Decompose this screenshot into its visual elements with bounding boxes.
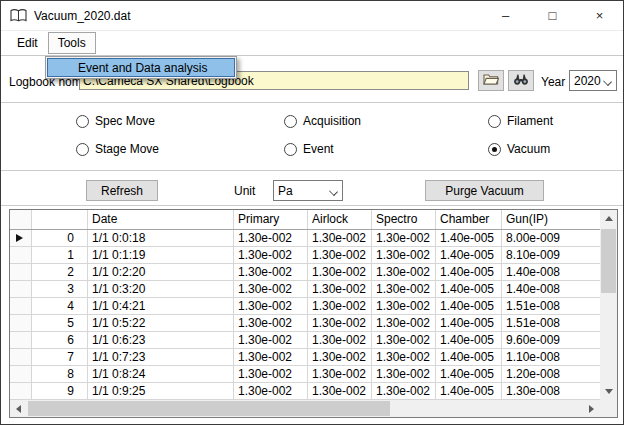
row-index-cell[interactable]: 7	[32, 349, 88, 365]
maximize-button[interactable]: □	[529, 1, 576, 30]
menu-edit[interactable]: Edit	[7, 32, 48, 54]
table-cell[interactable]: 1.20e-008	[502, 366, 600, 382]
table-cell[interactable]: 1.10e-008	[502, 349, 600, 365]
table-cell[interactable]: 1/1 0:9:25	[88, 383, 234, 399]
horizontal-scrollbar[interactable]	[10, 400, 600, 417]
table-cell[interactable]: 1.40e-005	[436, 383, 502, 399]
table-cell[interactable]: 1.40e-005	[436, 332, 502, 348]
radio-acquisition[interactable]: Acquisition	[284, 114, 361, 128]
table-cell[interactable]: 1.30e-008	[502, 383, 600, 399]
table-cell[interactable]: 8.10e-009	[502, 247, 600, 263]
menu-item-event-and-data-analysis[interactable]: Event and Data analysis	[47, 58, 235, 77]
table-cell[interactable]: 1.30e-002	[372, 315, 436, 331]
vertical-scrollbar-thumb[interactable]	[601, 229, 616, 293]
table-cell[interactable]: 1.40e-005	[436, 230, 502, 246]
row-header-cell[interactable]	[10, 383, 32, 399]
table-cell[interactable]: 1.30e-002	[234, 247, 308, 263]
row-header-cell[interactable]	[10, 230, 32, 246]
scroll-up-button[interactable]	[600, 210, 617, 227]
table-cell[interactable]: 9.60e-009	[502, 332, 600, 348]
table-row[interactable]: 61/1 0:6:231.30e-0021.30e-0021.30e-0021.…	[10, 332, 600, 349]
column-header[interactable]: Date	[88, 210, 234, 229]
table-cell[interactable]: 1.51e-008	[502, 315, 600, 331]
table-row[interactable]: 31/1 0:3:201.30e-0021.30e-0021.30e-0021.…	[10, 281, 600, 298]
minimize-button[interactable]: –	[482, 1, 529, 30]
table-cell[interactable]: 1.30e-002	[308, 366, 372, 382]
table-cell[interactable]: 1.40e-008	[502, 264, 600, 280]
row-index-cell[interactable]: 8	[32, 366, 88, 382]
table-cell[interactable]: 1/1 0:5:22	[88, 315, 234, 331]
table-cell[interactable]: 1.30e-002	[372, 247, 436, 263]
table-cell[interactable]: 1.40e-005	[436, 349, 502, 365]
table-cell[interactable]: 1.30e-002	[234, 349, 308, 365]
menu-tools[interactable]: Tools	[48, 32, 96, 54]
table-row[interactable]: 71/1 0:7:231.30e-0021.30e-0021.30e-0021.…	[10, 349, 600, 366]
table-cell[interactable]: 1/1 0:0:18	[88, 230, 234, 246]
row-index-cell[interactable]: 3	[32, 281, 88, 297]
radio-event[interactable]: Event	[284, 142, 334, 156]
table-cell[interactable]: 1/1 0:2:20	[88, 264, 234, 280]
row-header-cell[interactable]	[10, 247, 32, 263]
column-header[interactable]: Primary	[234, 210, 308, 229]
row-index-cell[interactable]: 1	[32, 247, 88, 263]
horizontal-scrollbar-thumb[interactable]	[28, 401, 390, 416]
table-cell[interactable]: 1/1 0:3:20	[88, 281, 234, 297]
table-cell[interactable]: 1/1 0:4:21	[88, 298, 234, 314]
column-header-blank[interactable]	[10, 210, 32, 229]
table-cell[interactable]: 1.30e-002	[308, 315, 372, 331]
year-combobox[interactable]: 2020	[569, 70, 617, 91]
table-cell[interactable]: 1.40e-005	[436, 264, 502, 280]
find-button[interactable]	[508, 70, 534, 91]
column-header[interactable]: Chamber	[436, 210, 502, 229]
table-cell[interactable]: 1.30e-002	[308, 281, 372, 297]
table-cell[interactable]: 1/1 0:8:24	[88, 366, 234, 382]
table-cell[interactable]: 1.30e-002	[308, 383, 372, 399]
row-header-cell[interactable]	[10, 264, 32, 280]
table-cell[interactable]: 1.30e-002	[372, 281, 436, 297]
scroll-right-button[interactable]	[583, 400, 600, 417]
table-cell[interactable]: 1.30e-002	[234, 298, 308, 314]
purge-vacuum-button[interactable]: Purge Vacuum	[425, 180, 544, 201]
table-cell[interactable]: 1.30e-002	[372, 383, 436, 399]
table-row[interactable]: 11/1 0:1:191.30e-0021.30e-0021.30e-0021.…	[10, 247, 600, 264]
table-cell[interactable]: 1.30e-002	[372, 366, 436, 382]
column-header[interactable]: Gun(IP)	[502, 210, 600, 229]
scroll-down-button[interactable]	[600, 383, 617, 400]
table-cell[interactable]: 1.40e-008	[502, 281, 600, 297]
row-header-cell[interactable]	[10, 298, 32, 314]
table-row[interactable]: 01/1 0:0:181.30e-0021.30e-0021.30e-0021.…	[10, 230, 600, 247]
table-cell[interactable]: 1.51e-008	[502, 298, 600, 314]
row-index-cell[interactable]: 9	[32, 383, 88, 399]
column-header[interactable]: Airlock	[308, 210, 372, 229]
table-cell[interactable]: 1.30e-002	[308, 264, 372, 280]
row-index-cell[interactable]: 4	[32, 298, 88, 314]
column-header-blank[interactable]	[32, 210, 88, 229]
row-header-cell[interactable]	[10, 281, 32, 297]
table-cell[interactable]: 1.40e-005	[436, 298, 502, 314]
table-cell[interactable]: 1.40e-005	[436, 366, 502, 382]
table-cell[interactable]: 1/1 0:7:23	[88, 349, 234, 365]
row-index-cell[interactable]: 6	[32, 332, 88, 348]
unit-combobox[interactable]: Pa	[273, 180, 343, 201]
table-cell[interactable]: 1.30e-002	[372, 349, 436, 365]
table-cell[interactable]: 1.30e-002	[234, 230, 308, 246]
table-cell[interactable]: 1.30e-002	[308, 247, 372, 263]
scroll-left-button[interactable]	[10, 400, 27, 417]
table-cell[interactable]: 1.30e-002	[372, 332, 436, 348]
table-row[interactable]: 51/1 0:5:221.30e-0021.30e-0021.30e-0021.…	[10, 315, 600, 332]
row-header-cell[interactable]	[10, 366, 32, 382]
open-folder-button[interactable]	[478, 70, 504, 91]
radio-filament[interactable]: Filament	[488, 114, 553, 128]
refresh-button[interactable]: Refresh	[86, 180, 158, 201]
column-header[interactable]: Spectro	[372, 210, 436, 229]
radio-stage-move[interactable]: Stage Move	[76, 142, 159, 156]
table-cell[interactable]: 1.30e-002	[234, 383, 308, 399]
table-cell[interactable]: 1.30e-002	[308, 230, 372, 246]
close-button[interactable]: ×	[576, 1, 623, 30]
table-row[interactable]: 41/1 0:4:211.30e-0021.30e-0021.30e-0021.…	[10, 298, 600, 315]
row-index-cell[interactable]: 5	[32, 315, 88, 331]
radio-spec-move[interactable]: Spec Move	[76, 114, 155, 128]
table-row[interactable]: 21/1 0:2:201.30e-0021.30e-0021.30e-0021.…	[10, 264, 600, 281]
row-index-cell[interactable]: 0	[32, 230, 88, 246]
table-cell[interactable]: 1.30e-002	[234, 281, 308, 297]
